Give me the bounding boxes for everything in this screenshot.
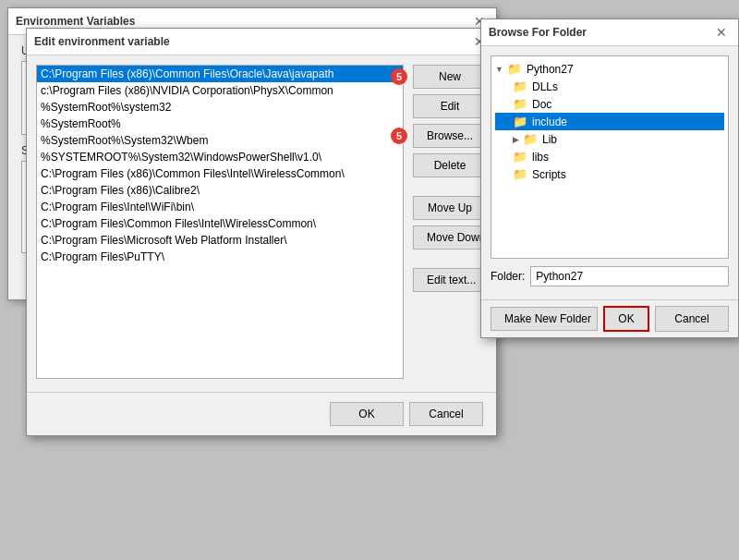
browse-dialog: Browse For Folder ✕ ▼ 📁 Python27 📁 DLLs … [480,18,739,338]
path-item-7[interactable]: C:\Program Files (x86)\Calibre2\ [37,182,403,199]
path-item-6[interactable]: C:\Program Files (x86)\Common Files\Inte… [37,165,403,182]
path-list-container: C:\Program Files (x86)\Common Files\Orac… [36,65,404,379]
browse-ok-btn[interactable]: OK [603,306,649,332]
folder-icon: 📁 [523,132,538,146]
path-item-8[interactable]: C:\Program Files\Intel\WiFi\bin\ [37,199,403,215]
tree-label-python27: Python27 [527,63,574,76]
tree-label-lib: Lib [542,133,557,146]
edit-btn[interactable]: Edit [413,94,487,118]
edit-env-footer: OK Cancel [27,392,496,435]
folder-icon: 📁 [513,97,527,111]
tree-node-lib[interactable]: ▶ 📁 Lib [495,130,724,148]
tree-label-scripts: Scripts [532,168,566,181]
path-item-10[interactable]: C:\Program Files\Microsoft Web Platform … [37,232,403,249]
make-new-folder-btn[interactable]: Make New Folder [491,307,598,331]
folder-icon: 📁 [513,150,527,164]
path-item-1[interactable]: c:\Program Files (x86)\NVIDIA Corporatio… [37,82,403,99]
badge-5-new: 5 [391,68,407,85]
chevron-right-icon: ▶ [513,135,519,144]
browse-btn[interactable]: Browse... [413,124,487,148]
folder-icon: 📁 [513,79,527,93]
path-item-5[interactable]: %SYSTEMROOT%\System32\WindowsPowerShell\… [37,149,403,165]
move-down-btn[interactable]: Move Down [413,225,487,250]
tree-label-libs: libs [532,151,549,164]
tree-node-dlls[interactable]: 📁 DLLs [495,78,724,95]
tree-label-include: include [532,116,567,128]
env-vars-title: Environment Variables [16,15,135,28]
browse-footer: Make New Folder OK Cancel [481,299,738,337]
tree-node-scripts[interactable]: 📁 Scripts [495,165,724,183]
folder-label: Folder: [491,270,525,283]
browse-cancel-btn[interactable]: Cancel [655,306,729,332]
edit-text-btn[interactable]: Edit text... [413,268,487,292]
folder-icon: 📁 [513,115,527,128]
edit-env-title: Edit environment variable [34,35,170,48]
env-action-buttons: 5 New Edit 5 Browse... Delete Move Up Mo… [413,65,487,379]
new-btn[interactable]: New [413,65,487,89]
path-item-2[interactable]: %SystemRoot%\system32 [37,99,403,116]
path-item-0[interactable]: C:\Program Files (x86)\Common Files\Orac… [37,66,403,82]
move-up-btn[interactable]: Move Up [413,196,487,220]
tree-node-libs[interactable]: 📁 libs [495,148,724,165]
edit-env-ok-btn[interactable]: OK [330,402,404,426]
tree-label-doc: Doc [532,98,551,111]
chevron-down-icon: ▼ [495,65,503,74]
path-item-11[interactable]: C:\Program Files\PuTTY\ [37,249,403,265]
edit-env-titlebar: Edit environment variable ✕ [27,29,496,55]
folder-row: Folder: [491,266,729,286]
browse-titlebar: Browse For Folder ✕ [481,19,738,46]
tree-node-python27[interactable]: ▼ 📁 Python27 [495,60,724,78]
tree-node-include[interactable]: 📁 include [495,113,724,130]
browse-title: Browse For Folder [489,26,587,39]
tree-node-doc[interactable]: 📁 Doc [495,95,724,113]
path-item-9[interactable]: C:\Program Files\Common Files\Intel\Wire… [37,215,403,232]
badge-5-browse: 5 [391,128,407,144]
browse-close[interactable]: ✕ [712,25,731,40]
folder-icon: 📁 [507,62,522,76]
edit-env-cancel-btn[interactable]: Cancel [409,402,483,426]
browse-body: ▼ 📁 Python27 📁 DLLs 📁 Doc 📁 include [481,46,738,299]
delete-btn[interactable]: Delete [413,153,487,177]
path-listbox[interactable]: C:\Program Files (x86)\Common Files\Orac… [36,65,404,379]
tree-label-dlls: DLLs [532,80,558,93]
path-item-4[interactable]: %SystemRoot%\System32\Wbem [37,132,403,149]
folder-icon: 📁 [513,167,527,181]
edit-env-dialog: Edit environment variable ✕ C:\Program F… [26,28,497,436]
folder-tree[interactable]: ▼ 📁 Python27 📁 DLLs 📁 Doc 📁 include [491,55,729,259]
path-item-3[interactable]: %SystemRoot% [37,116,403,132]
edit-env-body: C:\Program Files (x86)\Common Files\Orac… [27,55,496,392]
folder-input[interactable] [530,266,729,286]
